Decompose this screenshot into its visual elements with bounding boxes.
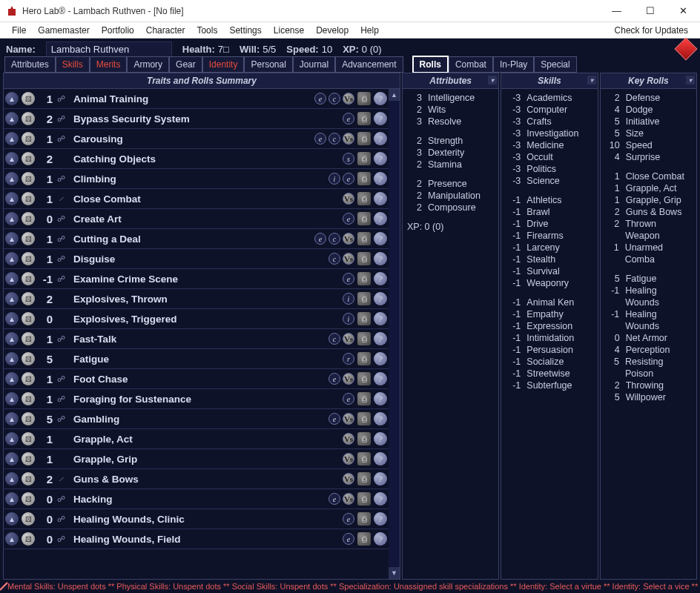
mod-c-icon[interactable]: c (328, 133, 340, 145)
help-icon[interactable]: ? (374, 132, 387, 145)
close-button[interactable]: ✕ (667, 0, 700, 21)
help-icon[interactable]: ? (374, 452, 387, 466)
dice-icon[interactable]: ⚄ (22, 272, 35, 285)
help-icon[interactable]: ? (374, 532, 387, 546)
dice-icon[interactable]: ⚄ (22, 532, 35, 546)
collapse-icon[interactable]: ▲ (5, 272, 19, 285)
vs-icon[interactable]: Vs (343, 333, 354, 345)
help-icon[interactable]: ? (374, 352, 387, 365)
help-icon[interactable]: ? (374, 292, 387, 305)
minimize-button[interactable]: — (600, 0, 633, 21)
collapse-icon[interactable]: ▲ (5, 212, 19, 225)
print-icon[interactable]: ⎙ (357, 532, 371, 546)
collapse-icon[interactable]: ▲ (5, 472, 19, 486)
tab-personal[interactable]: Personal (244, 56, 292, 73)
collapse-icon[interactable]: ▲ (5, 192, 19, 205)
vs-icon[interactable]: Vs (343, 433, 354, 445)
mod-e-icon[interactable]: e (328, 373, 340, 385)
dice-icon[interactable]: ⚄ (22, 172, 35, 185)
menu-license[interactable]: License (268, 24, 310, 37)
help-icon[interactable]: ? (374, 92, 387, 105)
tab-identity[interactable]: Identity (202, 56, 245, 73)
dice-icon[interactable]: ⚄ (22, 432, 35, 445)
help-icon[interactable]: ? (374, 172, 387, 185)
collapse-icon[interactable]: ▲ (5, 232, 19, 245)
print-icon[interactable]: ⎙ (357, 292, 371, 305)
collapse-icon[interactable]: ▲ (5, 452, 19, 466)
mod-i-icon[interactable]: i (328, 173, 340, 185)
dice-icon[interactable]: ⚄ (22, 512, 35, 526)
vs-icon[interactable]: Vs (343, 253, 354, 265)
menu-portfolio[interactable]: Portfolio (96, 24, 140, 37)
collapse-icon[interactable]: ▲ (5, 132, 19, 145)
mod-r-icon[interactable]: r (343, 353, 354, 365)
skills-menu-button[interactable]: ▾ (587, 76, 596, 85)
print-icon[interactable]: ⎙ (357, 392, 371, 405)
print-icon[interactable]: ⎙ (357, 132, 371, 145)
collapse-icon[interactable]: ▲ (5, 332, 19, 345)
vs-icon[interactable]: Vs (343, 493, 354, 505)
dice-icon[interactable]: ⚄ (22, 112, 35, 125)
mod-c-icon[interactable]: c (328, 233, 340, 245)
dice-icon[interactable]: ⚄ (22, 252, 35, 265)
print-icon[interactable]: ⎙ (357, 252, 371, 265)
dice-icon[interactable]: ⚄ (22, 372, 35, 385)
help-icon[interactable]: ? (374, 412, 387, 425)
dice-icon[interactable]: ⚄ (22, 232, 35, 245)
menu-help[interactable]: Help (354, 24, 385, 37)
collapse-icon[interactable]: ▲ (5, 432, 19, 445)
mod-e-icon[interactable]: e (343, 273, 354, 285)
dice-icon[interactable]: ⚄ (22, 192, 35, 205)
vs-icon[interactable]: Vs (343, 413, 354, 425)
help-icon[interactable]: ? (374, 272, 387, 285)
help-icon[interactable]: ? (374, 112, 387, 125)
mod-e-icon[interactable]: e (343, 513, 354, 525)
print-icon[interactable]: ⎙ (357, 352, 371, 365)
print-icon[interactable]: ⎙ (357, 492, 371, 506)
collapse-icon[interactable]: ▲ (5, 392, 19, 405)
help-icon[interactable]: ? (374, 212, 387, 225)
traits-list[interactable]: ▲⚄1☍Animal TrainingecVs⎙?▲⚄2☍Bypass Secu… (4, 89, 389, 579)
tab-attributes[interactable]: Attributes (4, 56, 56, 73)
collapse-icon[interactable]: ▲ (5, 172, 19, 185)
collapse-icon[interactable]: ▲ (5, 292, 19, 305)
menu-gamemaster[interactable]: Gamemaster (32, 24, 95, 37)
mod-e-icon[interactable]: e (314, 233, 326, 245)
mod-c-icon[interactable]: c (328, 253, 340, 265)
mod-e-icon[interactable]: e (328, 413, 340, 425)
print-icon[interactable]: ⎙ (357, 192, 371, 205)
collapse-icon[interactable]: ▲ (5, 112, 19, 125)
dice-icon[interactable]: ⚄ (22, 312, 35, 325)
dice-icon[interactable]: ⚄ (22, 152, 35, 165)
print-icon[interactable]: ⎙ (357, 312, 371, 325)
collapse-icon[interactable]: ▲ (5, 512, 19, 526)
scroll-track[interactable] (389, 101, 400, 567)
help-icon[interactable]: ? (374, 472, 387, 486)
help-icon[interactable]: ? (374, 232, 387, 245)
collapse-icon[interactable]: ▲ (5, 312, 19, 325)
vs-icon[interactable]: Vs (343, 133, 354, 145)
vs-icon[interactable]: Vs (343, 453, 354, 465)
dice-icon[interactable]: ⚄ (22, 492, 35, 506)
scrollbar[interactable]: ▲ ▼ (389, 89, 400, 579)
dice-icon[interactable]: ⚄ (22, 92, 35, 105)
print-icon[interactable]: ⎙ (357, 412, 371, 425)
help-icon[interactable]: ? (374, 312, 387, 325)
tab-advancement[interactable]: Advancement (335, 56, 403, 73)
keyrolls-menu-button[interactable]: ▾ (686, 76, 695, 85)
print-icon[interactable]: ⎙ (357, 472, 371, 486)
mod-i-icon[interactable]: i (343, 313, 354, 325)
vs-icon[interactable]: Vs (343, 373, 354, 385)
help-icon[interactable]: ? (374, 192, 387, 205)
dice-icon[interactable]: ⚄ (22, 472, 35, 486)
mod-c-icon[interactable]: c (328, 333, 340, 345)
mod-s-icon[interactable]: s (343, 153, 354, 165)
help-icon[interactable]: ? (374, 372, 387, 385)
print-icon[interactable]: ⎙ (357, 432, 371, 445)
dice-icon[interactable]: ⚄ (22, 452, 35, 466)
mod-e-icon[interactable]: e (343, 393, 354, 405)
print-icon[interactable]: ⎙ (357, 452, 371, 466)
print-icon[interactable]: ⎙ (357, 112, 371, 125)
print-icon[interactable]: ⎙ (357, 372, 371, 385)
collapse-icon[interactable]: ▲ (5, 492, 19, 506)
